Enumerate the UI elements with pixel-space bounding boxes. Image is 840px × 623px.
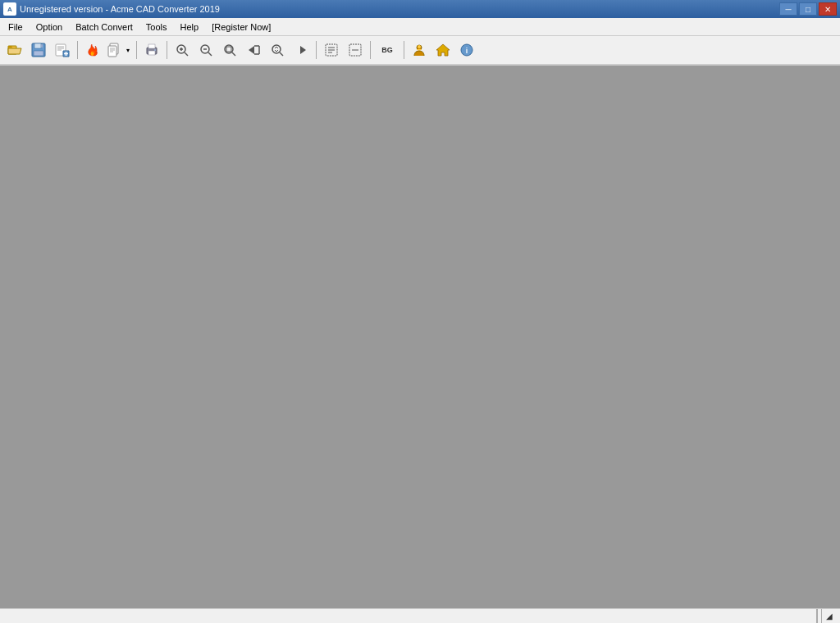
menu-register[interactable]: [Register Now] xyxy=(205,18,277,36)
window-controls: ─ □ ✕ xyxy=(779,2,837,16)
zoom-window-button[interactable] xyxy=(218,39,241,61)
svg-rect-19 xyxy=(154,49,156,51)
window-title: Unregistered version - Acme CAD Converte… xyxy=(20,4,779,14)
minimize-button[interactable]: ─ xyxy=(779,2,797,16)
separator-2 xyxy=(136,41,137,59)
separator-6 xyxy=(404,41,404,59)
home-button[interactable] xyxy=(431,39,454,61)
svg-marker-36 xyxy=(300,46,306,54)
info-button[interactable]: i xyxy=(455,39,478,61)
svg-point-44 xyxy=(418,45,421,48)
copy-split-button: ▾ xyxy=(105,39,133,61)
print-button[interactable] xyxy=(140,39,163,61)
main-canvas xyxy=(0,66,840,608)
copy-button[interactable] xyxy=(105,39,123,61)
svg-line-26 xyxy=(208,52,212,56)
menu-batch-convert[interactable]: Batch Convert xyxy=(69,18,139,36)
svg-line-35 xyxy=(280,52,283,56)
app-icon: A xyxy=(3,2,16,16)
pan-left-button[interactable] xyxy=(242,39,265,61)
background-button[interactable]: BG xyxy=(374,39,400,61)
zoom-previous-button[interactable] xyxy=(266,39,289,61)
titlebar: A Unregistered version - Acme CAD Conver… xyxy=(0,0,840,18)
menubar: File Option Batch Convert Tools Help [Re… xyxy=(0,18,840,36)
svg-rect-3 xyxy=(34,51,43,56)
svg-rect-18 xyxy=(148,44,155,48)
close-button[interactable]: ✕ xyxy=(819,2,837,16)
menu-file[interactable]: File xyxy=(2,18,30,36)
restore-button[interactable]: □ xyxy=(799,2,817,16)
toolbar: ▾ xyxy=(0,36,840,66)
menu-option[interactable]: Option xyxy=(30,18,69,36)
deselect-button[interactable] xyxy=(344,39,367,61)
separator-1 xyxy=(77,41,78,59)
menu-help[interactable]: Help xyxy=(174,18,206,36)
zoom-in-button[interactable] xyxy=(171,39,194,61)
bg-label: BG xyxy=(381,46,393,54)
save-button[interactable] xyxy=(27,39,50,61)
separator-4 xyxy=(316,41,317,59)
svg-rect-29 xyxy=(226,47,231,52)
save-as-button[interactable] xyxy=(51,39,74,61)
open-button[interactable] xyxy=(3,39,26,61)
svg-line-23 xyxy=(185,52,188,56)
select-all-button[interactable] xyxy=(320,39,343,61)
svg-rect-4 xyxy=(41,44,43,48)
svg-rect-2 xyxy=(34,43,41,48)
zoom-out-button[interactable] xyxy=(194,39,217,61)
statusbar: ◢ xyxy=(0,608,840,623)
resize-handle[interactable]: ◢ xyxy=(822,609,837,623)
svg-marker-30 xyxy=(249,46,254,54)
menu-tools[interactable]: Tools xyxy=(139,18,174,36)
convert-button[interactable] xyxy=(81,39,104,61)
separator-3 xyxy=(167,41,167,59)
separator-5 xyxy=(370,41,371,59)
user-button[interactable] xyxy=(408,39,431,61)
svg-rect-17 xyxy=(148,51,155,55)
svg-text:i: i xyxy=(466,47,468,55)
pan-back-button[interactable] xyxy=(290,39,313,61)
svg-line-28 xyxy=(232,52,235,56)
status-text xyxy=(3,609,817,623)
svg-marker-45 xyxy=(436,44,450,56)
copy-dropdown-arrow[interactable]: ▾ xyxy=(123,39,133,61)
